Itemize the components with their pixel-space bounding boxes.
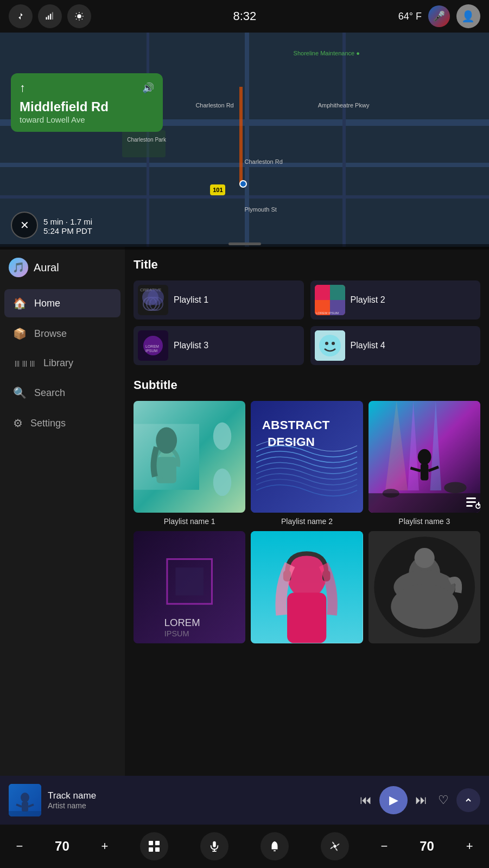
playlist-label-2: Playlist 2 [351, 295, 385, 305]
svg-rect-78 [149, 847, 153, 852]
music-app: 🎵 Aural 🏠 Home 📦 Browse ⫼⫼⫼ Library 🔍 Se… [0, 247, 489, 792]
nav-close-button[interactable]: ✕ [11, 212, 38, 239]
play-button[interactable]: ▶ [379, 786, 408, 814]
svg-rect-3 [52, 12, 53, 20]
svg-rect-14 [466, 501, 476, 503]
playlist-card-1[interactable]: CREATIVE Playlist 1 [134, 280, 304, 320]
bottom-bar: − 70 + − 70 + [0, 825, 489, 868]
nav-eta: 5 min · 1.7 mi 5:24 PM PDT [43, 217, 92, 235]
nav-card: ↑ 🔊 Middlefield Rd toward Lowell Ave [11, 73, 163, 132]
svg-point-21 [147, 297, 160, 310]
svg-point-20 [150, 297, 163, 310]
left-volume-plus[interactable]: + [101, 839, 109, 853]
playlist-thumb-1: CREATIVE [138, 285, 168, 315]
album-card-6[interactable] [369, 531, 480, 647]
svg-rect-53 [369, 493, 480, 513]
playlist-thumb-2: LOREM IPSUM [315, 285, 345, 315]
subtitle-section: Subtitle [134, 378, 480, 648]
nav-toward: toward Lowell Ave [20, 115, 154, 124]
sidebar-item-search[interactable]: 🔍 Search [4, 379, 120, 407]
playlist-thumb-4 [315, 330, 345, 361]
mic-icon[interactable]: 🎤 [428, 5, 450, 27]
svg-rect-75 [9, 811, 41, 816]
app-logo: 🎵 [9, 258, 28, 277]
playlist-label-1: Playlist 1 [174, 295, 208, 305]
svg-rect-0 [46, 17, 47, 20]
sidebar-library-label: Library [43, 358, 73, 369]
mic-bottom-icon[interactable] [200, 832, 228, 860]
status-right: 64° F 🎤 👤 [398, 4, 480, 28]
bluetooth-icon[interactable] [9, 4, 33, 28]
album-card-3[interactable]: Playlist name 3 [369, 401, 480, 526]
album-art-4: LOREM IPSUM [134, 531, 245, 643]
browse-icon: 📦 [13, 327, 27, 340]
svg-rect-23 [315, 285, 330, 300]
brightness-icon[interactable] [67, 4, 91, 28]
album-art-5 [251, 531, 363, 643]
player-track-name: Track name [48, 790, 350, 801]
sidebar-item-browse[interactable]: 📦 Browse [4, 320, 120, 348]
svg-line-11 [76, 19, 77, 20]
sidebar-item-settings[interactable]: ⚙ Settings [4, 409, 120, 437]
prev-button[interactable]: ⏮ [357, 790, 375, 810]
svg-line-12 [82, 13, 82, 14]
playlist-label-3: Playlist 3 [174, 341, 208, 350]
player-info: Track name Artist name [48, 790, 350, 810]
grid-icon[interactable] [140, 832, 168, 860]
notification-icon[interactable] [261, 832, 289, 860]
status-bar: 8:32 64° F 🎤 👤 [0, 0, 489, 33]
svg-rect-1 [48, 16, 49, 20]
sidebar-item-home[interactable]: 🏠 Home [4, 289, 120, 317]
avatar[interactable]: 👤 [456, 4, 480, 28]
svg-text:ABSTRACT: ABSTRACT [262, 418, 330, 432]
temperature: 64° F [398, 11, 422, 22]
playlist-card-4[interactable]: Playlist 4 [310, 326, 481, 365]
svg-text:CREATIVE: CREATIVE [140, 288, 161, 292]
subtitle-title: Subtitle [134, 378, 480, 392]
favorite-button[interactable]: ♡ [435, 790, 452, 810]
sidebar-item-library[interactable]: ⫼⫼⫼ Library [4, 350, 120, 376]
signal-icon[interactable] [38, 4, 62, 28]
playlist-card-2[interactable]: LOREM IPSUM Playlist 2 [310, 280, 481, 320]
nav-up-arrow: ↑ [20, 81, 26, 95]
svg-line-7 [76, 13, 77, 14]
status-time: 8:32 [233, 9, 256, 23]
svg-point-69 [391, 584, 458, 629]
svg-point-19 [143, 297, 156, 310]
album-card-4[interactable]: LOREM IPSUM [134, 531, 245, 647]
next-button[interactable]: ⏭ [412, 790, 430, 810]
player-artist-name: Artist name [48, 801, 350, 810]
album-label-2: Playlist name 2 [251, 517, 363, 526]
player-album-art [9, 784, 41, 816]
svg-point-33 [319, 335, 341, 356]
right-volume-plus[interactable]: + [466, 839, 473, 853]
drag-handle[interactable] [228, 242, 261, 245]
album-art-2: ABSTRACT DESIGN [251, 401, 363, 513]
svg-rect-80 [213, 841, 216, 847]
album-card-5[interactable] [251, 531, 363, 647]
svg-point-84 [333, 845, 336, 848]
playlist-grid: CREATIVE Playlist 1 [134, 280, 480, 365]
svg-text:LOREM: LOREM [145, 344, 159, 348]
svg-text:IPSUM: IPSUM [164, 629, 189, 638]
svg-point-4 [77, 14, 81, 18]
svg-rect-56 [175, 567, 204, 596]
map-area: Charleston Rd Amphitheatre Pkwy Charlest… [0, 33, 489, 250]
svg-point-34 [325, 342, 328, 345]
fan-icon[interactable] [321, 832, 349, 860]
svg-rect-77 [155, 841, 160, 845]
right-volume-minus[interactable]: − [381, 839, 388, 853]
queue-icon[interactable] [466, 497, 480, 513]
sidebar-browse-label: Browse [34, 328, 67, 340]
album-card-1[interactable]: Playlist name 1 [134, 401, 245, 526]
sidebar-search-label: Search [34, 387, 65, 399]
left-volume-minus[interactable]: − [16, 839, 23, 853]
expand-button[interactable] [456, 788, 480, 812]
sidebar-home-label: Home [34, 298, 60, 309]
album-card-2[interactable]: ABSTRACT DESIGN [251, 401, 363, 526]
svg-line-8 [82, 19, 82, 20]
album-grid: Playlist name 1 ABSTRACT DESIGN [134, 401, 480, 648]
nav-sound-icon[interactable]: 🔊 [142, 82, 154, 94]
playlist-card-3[interactable]: LOREM IPSUM Playlist 3 [134, 326, 304, 365]
app-header: 🎵 Aural [0, 258, 125, 288]
